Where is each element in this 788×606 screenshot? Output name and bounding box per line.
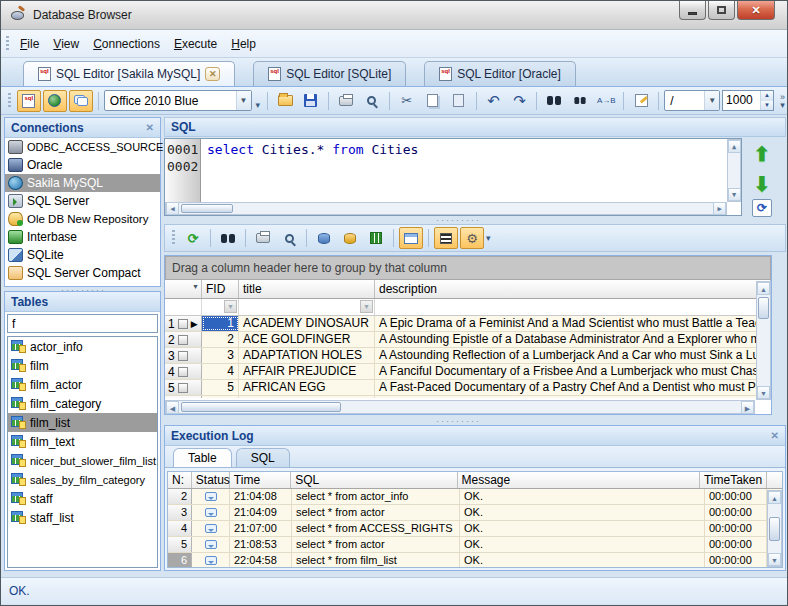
tab-sakila-mysql[interactable]: SQL Editor [Sakila MySQL] ✕ [23, 61, 235, 86]
log-tab-sql[interactable]: SQL [236, 448, 290, 467]
menu-view[interactable]: View [46, 33, 86, 55]
undo-button[interactable]: ↶ [482, 90, 506, 112]
scroll-up-icon[interactable]: ▲ [757, 282, 770, 295]
spin-down-icon[interactable]: ▼ [761, 101, 773, 111]
edit-sql-button[interactable] [629, 90, 653, 112]
toolbar-grip[interactable] [6, 36, 9, 52]
connection-item[interactable]: SQL Server Compact [5, 264, 160, 282]
filter-cell-fid[interactable]: ▼ [202, 299, 239, 315]
scroll-up-icon[interactable]: ▲ [768, 491, 781, 504]
new-sql-editor-button[interactable] [17, 90, 41, 112]
toolbar-grip[interactable] [8, 93, 11, 109]
table-item[interactable]: film_text [8, 432, 157, 451]
messages-button[interactable] [69, 90, 93, 112]
scroll-left-icon[interactable]: ◀ [166, 202, 179, 215]
cut-button[interactable]: ✂ [395, 90, 419, 112]
export-web-button[interactable] [43, 90, 67, 112]
scrollbar-thumb[interactable] [181, 204, 233, 213]
row-checkbox[interactable] [178, 335, 188, 345]
table-item[interactable]: actor_info [8, 337, 157, 356]
filter-drop-icon[interactable]: ▼ [360, 300, 373, 313]
log-col-status[interactable]: Status [192, 472, 230, 488]
log-col-sql[interactable]: SQL [291, 472, 457, 488]
table-item-selected[interactable]: film_list [8, 413, 157, 432]
chevron-down-icon[interactable]: ▼ [704, 91, 719, 110]
scrollbar-thumb[interactable] [769, 517, 780, 541]
tab-oracle[interactable]: SQL Editor [Oracle] [424, 61, 576, 86]
copy-button[interactable] [421, 90, 445, 112]
log-vscrollbar[interactable]: ▲ ▼ [767, 490, 782, 567]
table-item[interactable]: film_actor [8, 375, 157, 394]
redo-button[interactable]: ↷ [508, 90, 532, 112]
menu-file[interactable]: File [13, 33, 46, 55]
log-row[interactable]: 5 21:08:53 select * from actor OK. 00:00… [168, 537, 782, 553]
scroll-down-icon[interactable]: ▼ [757, 386, 770, 399]
editor-hscrollbar[interactable]: ◀ ▶ [165, 202, 727, 215]
move-query-down-button[interactable]: ⬇ [750, 171, 774, 197]
scrollbar-thumb[interactable] [758, 297, 769, 319]
grid-row[interactable]: 6 6 AGENT TRUMAN A Intrepid Panorama of … [165, 396, 771, 398]
grid-print-button[interactable] [251, 227, 275, 249]
log-row[interactable]: 3 21:04:09 select * from actor OK. 00:00… [168, 505, 782, 521]
grid-row[interactable]: 1▶ 1 ACADEMY DINOSAUR A Epic Drama of a … [165, 316, 771, 332]
grid-row[interactable]: 3 3 ADAPTATION HOLES A Astounding Reflec… [165, 348, 771, 364]
close-button[interactable]: ✕ [737, 1, 775, 20]
print-button[interactable] [334, 90, 358, 112]
filter-drop-icon[interactable]: ▼ [224, 300, 237, 313]
connection-item[interactable]: Oracle [5, 156, 160, 174]
editor-vscrollbar[interactable]: ▲ ▼ [727, 139, 741, 202]
filter-cell-description[interactable] [375, 299, 771, 315]
menu-connections[interactable]: Connections [86, 33, 167, 55]
log-row[interactable]: 4 21:07:00 select * from ACCESS_RIGHTS O… [168, 521, 782, 537]
grid-vscrollbar[interactable]: ▲ ▼ [756, 281, 771, 400]
grid-find-button[interactable] [216, 227, 240, 249]
row-checkbox[interactable] [178, 383, 188, 393]
refresh-data-button[interactable]: ⟳ [181, 227, 205, 249]
scroll-up-icon[interactable]: ▲ [728, 140, 741, 153]
show-record-form-button[interactable] [399, 227, 423, 249]
row-checkbox[interactable] [178, 367, 188, 377]
grid-row[interactable]: 5 5 AFRICAN EGG A Fast-Paced Documentary… [165, 380, 771, 396]
column-header-title[interactable]: title [239, 280, 375, 298]
toolbar-overflow-icon[interactable]: ▾ [486, 234, 491, 242]
log-col-timetaken[interactable]: TimeTaken [700, 472, 767, 488]
table-item[interactable]: staff_list [8, 508, 157, 527]
scroll-down-icon[interactable]: ▼ [768, 553, 781, 566]
log-col-message[interactable]: Message [458, 472, 700, 488]
row-checkbox[interactable] [178, 319, 188, 329]
replace-button[interactable]: A→B [594, 90, 618, 112]
grid-row[interactable]: 2 2 ACE GOLDFINGER A Astounding Epistle … [165, 332, 771, 348]
column-header-fid[interactable]: FID [202, 280, 239, 298]
grid-row[interactable]: 4 4 AFFAIR PREJUDICE A Fanciful Document… [165, 364, 771, 380]
tab-sqlite[interactable]: SQL Editor [SQLite] [253, 61, 406, 86]
chevron-down-icon[interactable]: ▼ [236, 91, 251, 110]
minimize-button[interactable] [679, 1, 706, 20]
connection-item-selected[interactable]: Sakila MySQL [5, 174, 160, 192]
connection-item[interactable]: ODBC_ACCESS_SOURCE [5, 138, 160, 156]
menu-execute[interactable]: Execute [167, 33, 224, 55]
export-data-button[interactable] [338, 227, 362, 249]
maximize-button[interactable] [708, 1, 735, 20]
toolbar-overflow-icon[interactable]: ▾ [256, 101, 261, 109]
find-history-combo[interactable]: / ▼ [664, 90, 720, 111]
grid-print-preview-button[interactable] [277, 227, 301, 249]
log-col-time[interactable]: Time [230, 472, 291, 488]
sql-editor[interactable]: 0001 0002 select Cities.* from Cities ▲ … [164, 138, 742, 216]
table-item[interactable]: staff [8, 489, 157, 508]
toolbar-grip[interactable] [172, 230, 175, 246]
panel-close-icon[interactable]: ✕ [146, 122, 154, 133]
show-columns-button[interactable] [434, 227, 458, 249]
table-item[interactable]: film [8, 356, 157, 375]
connection-item[interactable]: SQL Server [5, 192, 160, 210]
titlebar[interactable]: Database Browser [1, 1, 787, 30]
print-preview-button[interactable] [360, 90, 384, 112]
column-header-description[interactable]: description [375, 280, 771, 298]
refresh-query-button[interactable]: ⟳ [752, 199, 772, 217]
scroll-down-icon[interactable]: ▼ [728, 188, 741, 201]
tables-filter-input[interactable] [7, 314, 158, 333]
theme-select[interactable]: Office 2010 Blue ▼ [104, 90, 252, 111]
table-item[interactable]: sales_by_film_category [8, 470, 157, 489]
grid-hscrollbar[interactable]: ◀ ▶ [165, 400, 755, 414]
tab-close-icon[interactable]: ✕ [205, 67, 220, 81]
scrollbar-thumb[interactable] [181, 402, 341, 412]
